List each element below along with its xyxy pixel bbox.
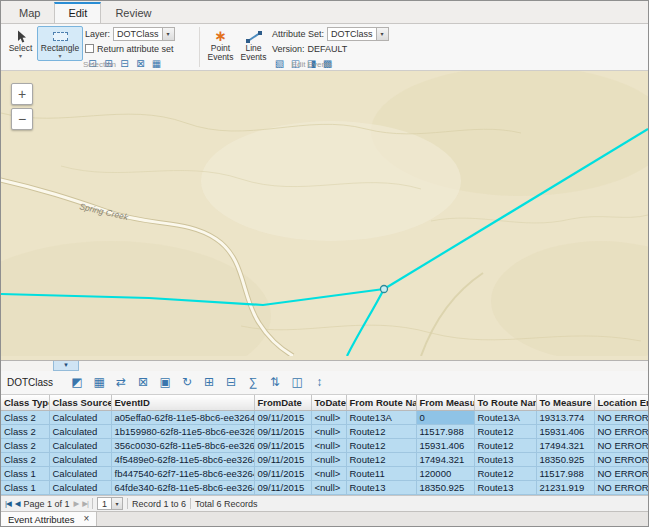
- cell[interactable]: 09/11/2015: [254, 425, 311, 439]
- cell[interactable]: 4f5489e0-62f8-11e5-8bc6-ee32641d5ec9: [111, 453, 254, 467]
- table-row[interactable]: Class 2Calculateda05effa0-62f8-11e5-8bc6…: [1, 411, 648, 425]
- zoom-in-button[interactable]: +: [11, 83, 33, 105]
- cell[interactable]: NO ERROR: [594, 411, 648, 425]
- sort-icon[interactable]: ⇅: [265, 373, 285, 391]
- cell[interactable]: 19313.774: [536, 411, 594, 425]
- switch-selection-icon[interactable]: ⇄: [111, 373, 131, 391]
- cell[interactable]: 18350.925: [416, 481, 474, 495]
- delete-record-icon[interactable]: ⊟: [221, 373, 241, 391]
- close-icon[interactable]: ×: [84, 514, 90, 524]
- point-events-button[interactable]: ∗ Point Events: [204, 26, 237, 65]
- cell[interactable]: 18350.925: [536, 453, 594, 467]
- first-page-button[interactable]: |◀: [5, 499, 11, 508]
- cell[interactable]: Route13A: [474, 411, 536, 425]
- attribute-table-icon[interactable]: ▦: [89, 373, 109, 391]
- attribute-set-caret-icon[interactable]: ▾: [376, 28, 388, 40]
- cell[interactable]: Route13: [474, 481, 536, 495]
- map-canvas[interactable]: Spring Creek + −: [1, 71, 648, 360]
- cell[interactable]: 09/11/2015: [254, 411, 311, 425]
- column-header-to-route-name[interactable]: To Route Name: [474, 395, 536, 411]
- last-page-button[interactable]: ▶|: [82, 499, 88, 508]
- tab-edit[interactable]: Edit: [54, 2, 101, 24]
- cell[interactable]: Calculated: [49, 467, 111, 481]
- cell[interactable]: Class 2: [1, 411, 49, 425]
- route-junction-marker[interactable]: [381, 286, 388, 293]
- cell[interactable]: Calculated: [49, 425, 111, 439]
- cell[interactable]: 1b159980-62f8-11e5-8bc6-ee32641d5ec9: [111, 425, 254, 439]
- layer-dropdown[interactable]: DOTClass ▾: [113, 27, 175, 41]
- column-header-class-type[interactable]: Class Type: [1, 395, 49, 411]
- cell[interactable]: Route12: [474, 439, 536, 453]
- cell[interactable]: 120000: [416, 467, 474, 481]
- cell[interactable]: Route12: [346, 453, 416, 467]
- cell[interactable]: 17494.321: [416, 453, 474, 467]
- cell[interactable]: Route13A: [346, 411, 416, 425]
- cell[interactable]: <null>: [311, 467, 346, 481]
- cell[interactable]: 09/11/2015: [254, 439, 311, 453]
- save-edits-icon[interactable]: ▣: [155, 373, 175, 391]
- cell[interactable]: <null>: [311, 439, 346, 453]
- cell[interactable]: Class 2: [1, 453, 49, 467]
- table-row[interactable]: Class 2Calculated356c0030-62f8-11e5-8bc6…: [1, 439, 648, 453]
- cell[interactable]: Class 2: [1, 425, 49, 439]
- return-attribute-set-checkbox[interactable]: [85, 44, 94, 53]
- cell[interactable]: 64fde340-62f8-11e5-8bc6-ee32641d5ec9: [111, 481, 254, 495]
- layer-dropdown-caret-icon[interactable]: ▾: [162, 28, 174, 40]
- column-header-class-source[interactable]: Class Source: [49, 395, 111, 411]
- tab-review[interactable]: Review: [101, 3, 165, 23]
- cell[interactable]: 356c0030-62f8-11e5-8bc6-ee32641d5ec9: [111, 439, 254, 453]
- split-view-icon[interactable]: ◫: [287, 373, 307, 391]
- cell[interactable]: 11517.988: [536, 467, 594, 481]
- column-header-eventid[interactable]: EventID: [111, 395, 254, 411]
- column-header-from-route-name[interactable]: From Route Name: [346, 395, 416, 411]
- cell[interactable]: 09/11/2015: [254, 467, 311, 481]
- cell[interactable]: Route11: [346, 467, 416, 481]
- cell[interactable]: 09/11/2015: [254, 481, 311, 495]
- cell[interactable]: Class 1: [1, 467, 49, 481]
- cell[interactable]: Class 2: [1, 439, 49, 453]
- cell[interactable]: <null>: [311, 453, 346, 467]
- column-header-todate[interactable]: ToDate: [311, 395, 346, 411]
- cell[interactable]: 09/11/2015: [254, 453, 311, 467]
- cell[interactable]: Class 1: [1, 481, 49, 495]
- cell[interactable]: Route13: [346, 481, 416, 495]
- cell[interactable]: NO ERROR: [594, 425, 648, 439]
- cell[interactable]: 0: [416, 411, 474, 425]
- column-header-location-error[interactable]: Location Error: [594, 395, 648, 411]
- collapse-panel-button[interactable]: ▼: [53, 361, 79, 371]
- add-record-icon[interactable]: ⊞: [199, 373, 219, 391]
- cell[interactable]: Route12: [474, 425, 536, 439]
- return-attribute-set-option[interactable]: Return attribute set: [85, 42, 193, 55]
- attribute-set-dropdown[interactable]: DOTClass ▾: [327, 27, 389, 41]
- cell[interactable]: Calculated: [49, 411, 111, 425]
- table-row[interactable]: Class 1Calculatedfb447540-62f7-11e5-8bc6…: [1, 467, 648, 481]
- table-row[interactable]: Class 1Calculated64fde340-62f8-11e5-8bc6…: [1, 481, 648, 495]
- cell[interactable]: Route12: [346, 439, 416, 453]
- cell[interactable]: NO ERROR: [594, 439, 648, 453]
- line-events-button[interactable]: Line Events: [237, 26, 270, 65]
- related-records-icon[interactable]: ◩: [67, 373, 87, 391]
- page-number-caret-icon[interactable]: ▾: [111, 498, 122, 509]
- cell[interactable]: Calculated: [49, 481, 111, 495]
- cell[interactable]: NO ERROR: [594, 453, 648, 467]
- cell[interactable]: <null>: [311, 411, 346, 425]
- cell[interactable]: Route12: [346, 425, 416, 439]
- expand-panel-icon[interactable]: ↕: [309, 373, 329, 391]
- cell[interactable]: 17494.321: [536, 439, 594, 453]
- cell[interactable]: a05effa0-62f8-11e5-8bc6-ee32641d5ec9: [111, 411, 254, 425]
- cell[interactable]: Calculated: [49, 439, 111, 453]
- cell[interactable]: NO ERROR: [594, 467, 648, 481]
- column-header-fromdate[interactable]: FromDate: [254, 395, 311, 411]
- rectangle-tool-button[interactable]: Rectangle ▾: [37, 26, 83, 61]
- cell[interactable]: NO ERROR: [594, 481, 648, 495]
- column-header-to-measure[interactable]: To Measure: [536, 395, 594, 411]
- field-calculator-icon[interactable]: ∑: [243, 373, 263, 391]
- page-number-input[interactable]: 1 ▾: [97, 497, 123, 510]
- select-tool-button[interactable]: Select ▾: [4, 26, 37, 61]
- refresh-icon[interactable]: ↻: [177, 373, 197, 391]
- cell[interactable]: 11517.988: [416, 425, 474, 439]
- cell[interactable]: <null>: [311, 481, 346, 495]
- cell[interactable]: Route13: [474, 453, 536, 467]
- cell[interactable]: Route12: [474, 467, 536, 481]
- cell[interactable]: Calculated: [49, 453, 111, 467]
